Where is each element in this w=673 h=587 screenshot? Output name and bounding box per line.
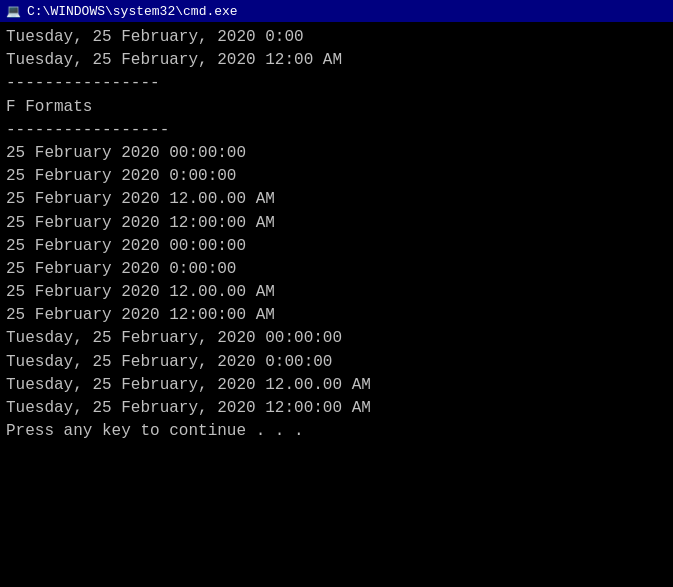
console-line: Tuesday, 25 February, 2020 00:00:00 xyxy=(6,327,667,350)
console-line: ---------------- xyxy=(6,72,667,95)
console-line: 25 February 2020 12.00.00 AM xyxy=(6,281,667,304)
console-line: 25 February 2020 0:00:00 xyxy=(6,165,667,188)
console-line: Tuesday, 25 February, 2020 12:00 AM xyxy=(6,49,667,72)
console-line: 25 February 2020 12:00:00 AM xyxy=(6,212,667,235)
console-line: ----------------- xyxy=(6,119,667,142)
cmd-icon: 💻 xyxy=(6,4,21,19)
console-line: Press any key to continue . . . xyxy=(6,420,667,443)
console-line: 25 February 2020 00:00:00 xyxy=(6,235,667,258)
title-bar-text: C:\WINDOWS\system32\cmd.exe xyxy=(27,4,238,19)
title-bar: 💻 C:\WINDOWS\system32\cmd.exe xyxy=(0,0,673,22)
console-line: 25 February 2020 00:00:00 xyxy=(6,142,667,165)
console-line: F Formats xyxy=(6,96,667,119)
console-line: Tuesday, 25 February, 2020 0:00 xyxy=(6,26,667,49)
console-line: 25 February 2020 12.00.00 AM xyxy=(6,188,667,211)
console-line: Tuesday, 25 February, 2020 12.00.00 AM xyxy=(6,374,667,397)
console-line: Tuesday, 25 February, 2020 12:00:00 AM xyxy=(6,397,667,420)
console-output: Tuesday, 25 February, 2020 0:00Tuesday, … xyxy=(0,22,673,447)
console-line: Tuesday, 25 February, 2020 0:00:00 xyxy=(6,351,667,374)
console-line: 25 February 2020 0:00:00 xyxy=(6,258,667,281)
console-line: 25 February 2020 12:00:00 AM xyxy=(6,304,667,327)
